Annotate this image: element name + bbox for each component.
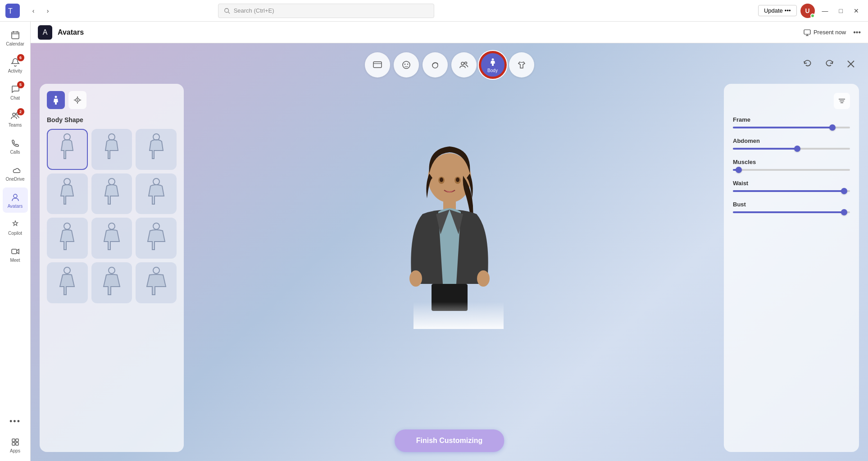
svg-point-42 — [64, 223, 70, 229]
calendar-icon — [10, 30, 21, 41]
svg-point-31 — [77, 100, 78, 101]
body-shape-item-9[interactable] — [136, 218, 177, 259]
body-shape-item-3[interactable] — [136, 129, 177, 170]
app-more-button[interactable]: ••• — [853, 28, 861, 37]
filter-button[interactable] — [834, 93, 850, 109]
finish-customizing-button[interactable]: Finish Customizing — [395, 429, 504, 452]
svg-rect-18 — [373, 62, 382, 68]
sidebar-item-chat[interactable]: 5 Chat — [3, 79, 28, 105]
svg-point-45 — [64, 267, 70, 274]
sidebar-label-calendar: Calendar — [6, 41, 24, 46]
close-button[interactable]: ✕ — [850, 0, 863, 22]
waist-label: Waist — [733, 180, 850, 187]
present-now-button[interactable]: Present now — [800, 27, 850, 38]
main-layout: Calendar 6 Activity 5 Chat 2 Teams — [0, 22, 868, 461]
frame-fill — [733, 127, 832, 128]
minimize-button[interactable]: — — [818, 0, 832, 22]
panel-tabs — [47, 91, 177, 109]
svg-rect-11 — [12, 439, 15, 442]
sidebar-item-apps[interactable]: Apps — [3, 432, 28, 457]
editor-close-button[interactable] — [843, 56, 859, 72]
sidebar-item-teams[interactable]: 2 Teams — [3, 106, 28, 132]
svg-point-47 — [153, 267, 159, 274]
body-shape-item-7[interactable] — [47, 218, 88, 259]
user-avatar[interactable]: U — [800, 4, 815, 18]
toolbar-hair-button[interactable] — [423, 52, 448, 78]
bust-slider-section: Bust — [733, 201, 850, 213]
svg-point-39 — [64, 178, 70, 185]
abdomen-fill — [733, 148, 797, 150]
sidebar-item-meet[interactable]: Meet — [3, 242, 28, 267]
abdomen-label: Abdomen — [733, 137, 850, 144]
muscles-thumb[interactable] — [736, 167, 742, 173]
sidebar-item-calendar[interactable]: Calendar — [3, 25, 28, 50]
body-shape-item-10[interactable] — [47, 262, 88, 303]
sidebar-item-onedrive[interactable]: OneDrive — [3, 160, 28, 186]
content-area: A Avatars Present now ••• — [31, 22, 868, 461]
avatars-icon — [10, 192, 21, 203]
waist-thumb[interactable] — [841, 188, 847, 194]
panel-tab-body-shape[interactable] — [47, 91, 65, 109]
svg-point-44 — [153, 223, 159, 229]
activity-badge: 6 — [17, 54, 24, 61]
svg-point-26 — [491, 58, 494, 60]
svg-rect-10 — [12, 249, 17, 254]
svg-point-40 — [109, 178, 115, 185]
toolbar-scene-button[interactable] — [365, 52, 390, 78]
body-shape-item-2[interactable] — [91, 129, 132, 170]
svg-point-20 — [403, 61, 410, 68]
redo-button[interactable] — [821, 56, 837, 72]
search-placeholder: Search (Ctrl+E) — [234, 7, 274, 14]
more-apps-button[interactable]: ••• — [3, 412, 28, 430]
sidebar: Calendar 6 Activity 5 Chat 2 Teams — [0, 22, 31, 461]
body-shape-item-6[interactable] — [136, 173, 177, 215]
update-button[interactable]: Update ••• — [758, 5, 797, 16]
abdomen-track — [733, 148, 850, 150]
frame-thumb[interactable] — [829, 124, 836, 131]
svg-point-51 — [440, 178, 443, 182]
sidebar-item-avatars[interactable]: Avatars — [3, 187, 28, 213]
panel-tab-accessories[interactable] — [68, 91, 86, 109]
svg-point-38 — [153, 134, 159, 140]
svg-rect-15 — [804, 30, 810, 34]
svg-point-55 — [477, 270, 490, 287]
abdomen-thumb[interactable] — [794, 146, 800, 152]
body-shape-item-1[interactable] — [47, 129, 88, 170]
abdomen-slider-section: Abdomen — [733, 137, 850, 150]
nav-forward-button[interactable]: › — [41, 5, 54, 17]
avatars-app-icon: A — [38, 25, 52, 40]
sidebar-item-calls[interactable]: Calls — [3, 133, 28, 159]
svg-point-36 — [64, 134, 70, 140]
body-shape-item-12[interactable] — [136, 262, 177, 303]
undo-button[interactable] — [800, 56, 816, 72]
editor-area: Body — [31, 43, 868, 461]
sidebar-item-copilot[interactable]: Copilot — [3, 215, 28, 240]
svg-point-7 — [13, 113, 15, 116]
sidebar-label-avatars: Avatars — [8, 204, 23, 209]
toolbar-body-button[interactable]: Body — [480, 52, 505, 78]
body-shape-item-11[interactable] — [91, 262, 132, 303]
sidebar-item-activity[interactable]: 6 Activity — [3, 52, 28, 78]
right-panel-header — [733, 93, 850, 109]
toolbar-group-button[interactable] — [451, 52, 477, 78]
body-shape-title: Body Shape — [47, 116, 177, 123]
body-shape-item-8[interactable] — [91, 218, 132, 259]
svg-rect-14 — [16, 443, 18, 445]
teams-badge: 2 — [17, 108, 24, 115]
search-bar[interactable]: Search (Ctrl+E) — [218, 4, 434, 18]
bust-thumb[interactable] — [841, 209, 847, 215]
apps-icon — [10, 437, 21, 447]
body-shape-item-5[interactable] — [91, 173, 132, 215]
muscles-label: Muscles — [733, 159, 850, 165]
sidebar-label-calls: Calls — [10, 150, 20, 155]
toolbar-body-label: Body — [487, 68, 498, 73]
toolbar-face-button[interactable] — [394, 52, 419, 78]
svg-point-41 — [153, 178, 159, 185]
avatar-toolbar: Body — [365, 52, 534, 78]
svg-rect-3 — [12, 32, 19, 39]
body-shape-item-4[interactable] — [47, 173, 88, 215]
toolbar-outfit-button[interactable] — [509, 52, 534, 78]
maximize-button[interactable]: □ — [836, 0, 846, 22]
nav-back-button[interactable]: ‹ — [27, 5, 40, 17]
waist-slider-section: Waist — [733, 180, 850, 192]
